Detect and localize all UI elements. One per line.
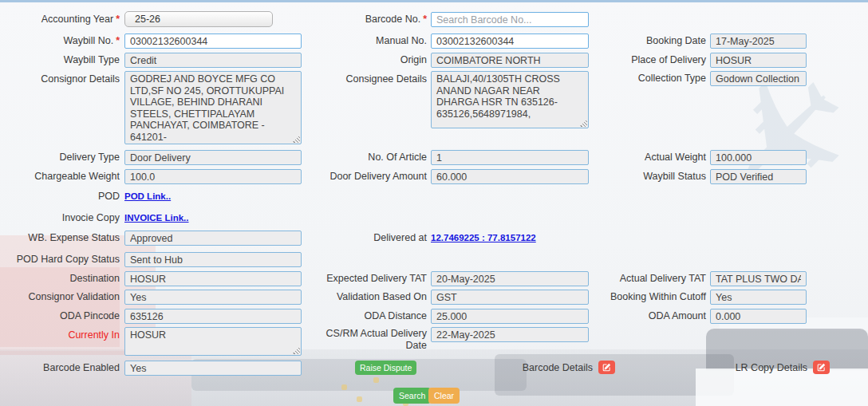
csrm-actual-delivery-date-field [431, 327, 589, 342]
edit-icon [602, 363, 611, 372]
barcode-no-input[interactable] [431, 12, 589, 27]
collection-type-label: Collection Type [590, 71, 706, 86]
required-asterisk: * [423, 14, 427, 25]
edit-icon [817, 363, 826, 372]
oda-distance-field [431, 309, 589, 324]
waybill-search-form: Accounting Year* Barcode No.* Waybill No… [0, 0, 868, 406]
currently-in-textarea: HOSUR [124, 327, 302, 356]
delivered-at-label: Delivered at [307, 231, 427, 246]
barcode-details-label: Barcode Details [479, 361, 593, 375]
pod-label: POD [0, 189, 120, 204]
consignor-validation-label: Consignor Validation [0, 290, 120, 305]
oda-amount-field [710, 309, 807, 324]
expected-delivery-tat-field [431, 271, 589, 286]
barcode-details-edit-button[interactable] [598, 361, 615, 374]
required-asterisk: * [116, 14, 120, 25]
delivery-type-field [124, 150, 302, 165]
lr-copy-details-edit-button[interactable] [813, 361, 830, 374]
search-button[interactable]: Search [393, 388, 431, 404]
consignor-details-label: Consignor Details [0, 72, 120, 87]
actual-delivery-tat-label: Actual Delivery TAT [590, 271, 706, 286]
expected-delivery-tat-label: Expected Delivery TAT [307, 271, 427, 286]
door-delivery-amount-field [431, 169, 589, 184]
manual-no-input[interactable] [431, 34, 589, 49]
no-of-article-label: No. Of Article [307, 150, 427, 165]
no-of-article-field [431, 150, 589, 165]
waybill-type-field [124, 53, 302, 68]
lr-copy-details-label: LR Copy Details [694, 361, 807, 375]
oda-pincode-label: ODA Pincode [0, 309, 120, 324]
collection-type-field [710, 71, 807, 86]
place-of-delivery-label: Place of Delivery [590, 53, 706, 68]
origin-label: Origin [307, 53, 427, 68]
wb-expense-status-field [124, 231, 302, 246]
waybill-type-label: Waybill Type [0, 53, 120, 68]
invoice-link[interactable]: INVOICE Link.. [124, 211, 189, 226]
consignee-details-label: Consignee Details [307, 72, 427, 87]
consignor-details-textarea: GODREJ AND BOYCE MFG CO LTD,SF NO 245, O… [124, 71, 302, 144]
oda-pincode-field [124, 309, 302, 324]
place-of-delivery-field [710, 53, 807, 68]
barcode-enabled-label: Barcode Enabled [0, 361, 120, 376]
currently-in-label: Currently In [0, 328, 120, 343]
actual-delivery-tat-field [710, 271, 807, 286]
actual-weight-label: Actual Weight [590, 150, 706, 165]
waybill-status-field [710, 169, 807, 184]
pod-link[interactable]: POD Link.. [124, 189, 171, 204]
validation-based-on-field [431, 290, 589, 305]
waybill-no-label: Waybill No.* [0, 34, 120, 49]
consignor-validation-field [124, 290, 302, 305]
manual-no-label: Manual No. [307, 34, 427, 49]
waybill-no-input[interactable] [124, 34, 302, 49]
csrm-actual-delivery-date-label: CS/RM Actual Delivery Date [307, 326, 427, 352]
wb-expense-status-label: WB. Expense Status [0, 231, 120, 246]
destination-label: Destination [0, 271, 120, 286]
chargeable-weight-label: Chargeable Weight [0, 169, 120, 184]
pod-hard-copy-status-label: POD Hard Copy Status [0, 252, 120, 267]
barcode-no-label: Barcode No.* [307, 12, 427, 27]
required-asterisk: * [116, 35, 120, 46]
destination-field [124, 271, 302, 286]
barcode-enabled-field [124, 361, 302, 376]
chargeable-weight-field [124, 169, 302, 184]
booking-date-label: Booking Date [590, 34, 706, 49]
door-delivery-amount-label: Door Delivery Amount [307, 169, 427, 184]
origin-field [431, 53, 589, 68]
accounting-year-select[interactable] [124, 11, 273, 27]
pod-hard-copy-status-field [124, 252, 302, 267]
delivery-type-label: Delivery Type [0, 150, 120, 165]
booking-within-cutoff-label: Booking Within Cutoff [590, 290, 706, 305]
booking-date-field [710, 34, 807, 49]
accounting-year-label: Accounting Year* [0, 12, 120, 27]
raise-dispute-button[interactable]: Raise Dispute [355, 361, 416, 375]
clear-button[interactable]: Clear [428, 388, 460, 404]
actual-weight-field [710, 150, 807, 165]
oda-distance-label: ODA Distance [307, 309, 427, 324]
oda-amount-label: ODA Amount [590, 309, 706, 324]
consignee-details-textarea: BALAJI,40/1305TH CROSS ANAND NAGAR NEAR … [431, 71, 589, 128]
delivered-at-coordinates-link[interactable]: 12.7469225 : 77.8157122 [431, 231, 536, 246]
waybill-status-label: Waybill Status [590, 169, 706, 184]
invoice-copy-label: Invocie Copy [0, 211, 120, 226]
booking-within-cutoff-field [710, 290, 807, 305]
validation-based-on-label: Validation Based On [307, 290, 427, 305]
